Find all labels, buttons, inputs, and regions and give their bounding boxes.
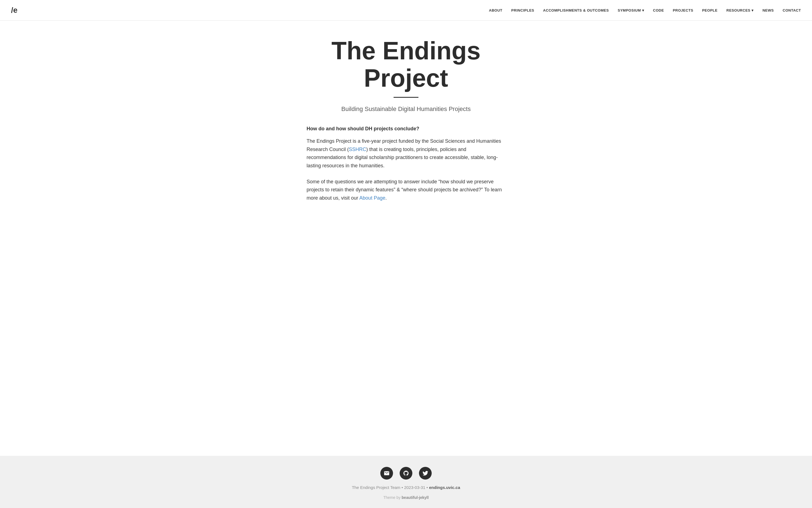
content-body: How do and how should DH projects conclu… [307,126,505,210]
nav-principles[interactable]: PRINCIPLES [511,8,534,12]
site-header: /e ABOUT PRINCIPLES ACCOMPLISHMENTS & OU… [0,0,812,21]
nav-people[interactable]: PEOPLE [702,8,718,12]
footer-team: The Endings Project Team [352,485,401,490]
footer-domain: endings.uvic.ca [429,485,460,490]
paragraph-2: Some of the questions we are attempting … [307,178,505,202]
main-nav: ABOUT PRINCIPLES ACCOMPLISHMENTS & OUTCO… [489,8,801,12]
page-title: The Endings Project [331,37,481,92]
footer-icons [380,467,432,479]
twitter-icon-link[interactable] [419,467,432,479]
main-content: The Endings Project Building Sustainable… [0,21,812,456]
github-icon [403,470,409,476]
nav-projects[interactable]: PROJECTS [673,8,693,12]
footer-meta: The Endings Project Team • 2023-03-31 • … [352,485,460,490]
footer-theme-name: beautiful-jekyll [402,495,429,500]
nav-resources[interactable]: RESOURCES ▾ [726,8,754,12]
nav-symposium[interactable]: SYMPOSIUM ▾ [617,8,644,12]
paragraph-2-text-after: . [385,195,387,201]
question-heading: How do and how should DH projects conclu… [307,126,505,132]
nav-news[interactable]: NEWS [763,8,774,12]
footer-date: 2023-03-31 [404,485,425,490]
nav-code[interactable]: CODE [653,8,664,12]
sshrc-link[interactable]: SSHRC [349,146,366,152]
page-subtitle: Building Sustainable Digital Humanities … [341,105,471,113]
nav-about[interactable]: ABOUT [489,8,502,12]
site-footer: The Endings Project Team • 2023-03-31 • … [0,456,812,508]
paragraph-2-text-before: Some of the questions we are attempting … [307,179,502,201]
github-icon-link[interactable] [400,467,412,479]
nav-contact[interactable]: CONTACT [783,8,801,12]
nav-accomplishments[interactable]: ACCOMPLISHMENTS & OUTCOMES [543,8,609,12]
about-page-link[interactable]: About Page [359,195,385,201]
footer-theme: Theme by beautiful-jekyll [383,495,429,500]
email-icon-link[interactable] [380,467,393,479]
email-icon [383,470,390,476]
paragraph-1: The Endings Project is a five-year proje… [307,137,505,170]
site-logo[interactable]: /e [11,6,17,15]
twitter-icon [422,470,429,476]
footer-theme-label: Theme by [383,495,401,500]
title-divider [394,97,418,98]
